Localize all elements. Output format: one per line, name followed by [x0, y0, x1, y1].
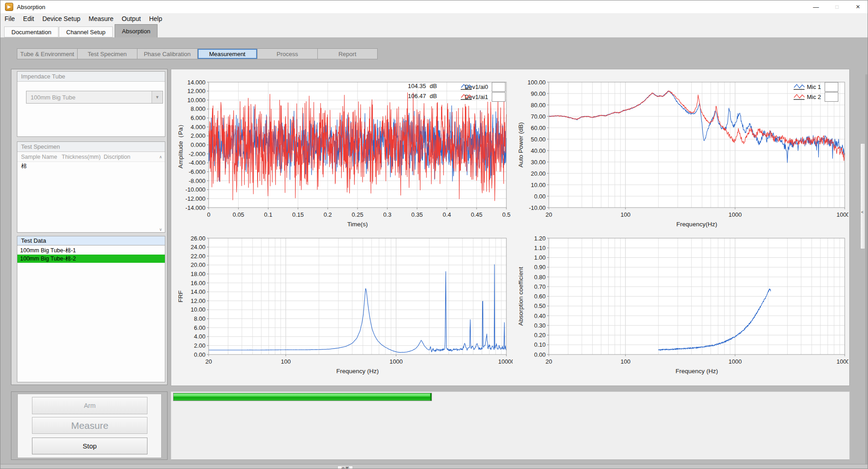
svg-text:0.2: 0.2: [324, 211, 332, 218]
col-thickness: Thickness(mm): [62, 154, 104, 160]
level-readout-ai0: 104.35 dB: [402, 83, 437, 89]
maximize-button[interactable]: □: [826, 0, 847, 13]
svg-text:20.00: 20.00: [190, 261, 205, 268]
svg-text:60.00: 60.00: [531, 125, 546, 131]
panel-collapse-handle[interactable]: <: [860, 143, 865, 249]
impedance-tube-value: 100mm Big Tube: [26, 94, 152, 101]
svg-text:2.00: 2.00: [194, 342, 205, 349]
svg-text:0.10: 0.10: [534, 341, 546, 348]
svg-text:80.00: 80.00: [531, 102, 546, 109]
svg-text:-6.000: -6.000: [189, 168, 205, 175]
svg-text:1.00: 1.00: [534, 254, 546, 261]
auto-power-graph[interactable]: 100.0090.0080.0070.0060.0050.0040.0030.0…: [516, 77, 848, 236]
frf-graph[interactable]: 26.0024.0022.0020.0018.0016.0014.0012.00…: [175, 233, 513, 383]
minimize-button[interactable]: —: [805, 0, 826, 13]
menu-device-setup[interactable]: Device Setup: [38, 13, 84, 24]
svg-text:16.00: 16.00: [190, 280, 205, 287]
app-icon: ▶: [5, 3, 13, 11]
svg-text:90.00: 90.00: [531, 90, 546, 97]
svg-text:0.4: 0.4: [443, 211, 451, 218]
measure-button[interactable]: Measure: [32, 417, 147, 434]
taskbar-app-item[interactable]: 画图: [337, 466, 353, 469]
left-panel: Impendace Tube 100mm Big Tube ▼ Test Spe…: [11, 69, 168, 385]
menu-measure[interactable]: Measure: [84, 13, 117, 24]
subtab-test-specimen[interactable]: Test Specimen: [78, 49, 137, 59]
subtab-report[interactable]: Report: [318, 49, 378, 59]
svg-text:4.000: 4.000: [190, 124, 205, 130]
legend-dev1-ai1[interactable]: Dev1/ai1: [460, 92, 505, 102]
legend-dev1-ai0[interactable]: Dev1/ai0: [460, 82, 505, 92]
svg-text:14.000: 14.000: [187, 79, 205, 86]
svg-text:0.45: 0.45: [471, 211, 482, 218]
menu-edit[interactable]: Edit: [19, 13, 38, 24]
close-button[interactable]: ✕: [847, 0, 868, 13]
svg-text:6.000: 6.000: [190, 115, 205, 121]
legend-mic1[interactable]: Mic 1: [793, 82, 838, 92]
subtab-tube-environment[interactable]: Tube & Environment: [17, 49, 77, 59]
svg-text:0.20: 0.20: [534, 332, 546, 339]
svg-text:Time(s): Time(s): [347, 221, 368, 228]
plot-sample-icon: [492, 82, 505, 92]
svg-text:0.00: 0.00: [534, 193, 546, 200]
scroll-up-icon[interactable]: ∧: [159, 155, 162, 159]
svg-text:0.15: 0.15: [292, 211, 304, 218]
svg-text:0.00: 0.00: [194, 351, 205, 358]
plot-sample-icon: [492, 92, 505, 102]
svg-text:1000: 1000: [389, 358, 403, 365]
menu-output[interactable]: Output: [117, 13, 145, 24]
svg-text:100: 100: [281, 358, 291, 365]
menu-help[interactable]: Help: [145, 13, 166, 24]
dropdown-arrow-icon[interactable]: ▼: [152, 91, 163, 103]
svg-text:10000: 10000: [498, 358, 513, 365]
subtab-phase-calibration[interactable]: Phase Calibration: [137, 49, 197, 59]
svg-text:-10.00: -10.00: [529, 204, 546, 211]
control-panel: Arm Measure Stop: [11, 391, 168, 460]
measurement-progress-bar: [173, 393, 432, 401]
subtab-process[interactable]: Process: [258, 49, 317, 59]
scroll-down-icon[interactable]: ∨: [159, 227, 162, 232]
test-data-list: 100mm Big Tube-棉-1 100mm Big Tube-棉-2: [17, 245, 165, 382]
list-item-selected[interactable]: 100mm Big Tube-棉-2: [17, 255, 165, 263]
svg-text:4.00: 4.00: [194, 333, 205, 340]
specimen-table-body: 棉 ∨: [17, 162, 165, 233]
tab-documentation[interactable]: Documentation: [4, 26, 58, 37]
svg-text:40.00: 40.00: [531, 147, 546, 154]
collapse-arrow-icon: <: [861, 210, 863, 214]
svg-text:0.50: 0.50: [534, 302, 546, 309]
svg-text:-8.000: -8.000: [189, 177, 205, 184]
arm-button[interactable]: Arm: [32, 397, 147, 414]
time-waveform-graph[interactable]: 14.00012.00010.0008.0006.0004.0002.0000.…: [175, 77, 513, 236]
subtab-bar: Tube & Environment Test Specimen Phase C…: [17, 48, 378, 59]
subtab-measurement[interactable]: Measurement: [198, 49, 258, 59]
list-item[interactable]: 100mm Big Tube-棉-1: [17, 246, 165, 255]
svg-text:12.00: 12.00: [190, 297, 205, 304]
svg-text:10.00: 10.00: [531, 182, 546, 188]
stop-button[interactable]: Stop: [32, 438, 147, 454]
legend-mic2[interactable]: Mic 2: [793, 92, 838, 102]
svg-text:20.00: 20.00: [531, 170, 546, 177]
svg-text:0.00: 0.00: [534, 351, 546, 358]
absorption-page: Tube & Environment Test Specimen Phase C…: [0, 37, 868, 469]
menu-file[interactable]: File: [0, 13, 19, 24]
svg-text:-14.000: -14.000: [185, 204, 205, 211]
table-row[interactable]: 棉: [17, 162, 165, 170]
svg-text:8.00: 8.00: [194, 315, 205, 322]
svg-text:10.000: 10.000: [187, 97, 205, 104]
svg-text:70.00: 70.00: [531, 113, 546, 120]
svg-text:26.00: 26.00: [190, 235, 205, 242]
tab-channel-setup[interactable]: Channel Setup: [59, 26, 113, 37]
test-specimen-group: Test Specimen Sample Name Thickness(mm) …: [17, 141, 165, 233]
plot-sample-icon: [825, 82, 838, 92]
title-bar: ▶ Absorption — □ ✕: [0, 0, 868, 13]
tab-absorption[interactable]: Absorption: [115, 24, 158, 37]
svg-text:14.00: 14.00: [190, 288, 205, 295]
close-icon: ✕: [856, 4, 860, 10]
svg-text:0.70: 0.70: [534, 283, 546, 290]
impedance-tube-select[interactable]: 100mm Big Tube ▼: [26, 91, 163, 104]
svg-text:-10.000: -10.000: [185, 186, 205, 193]
absorption-coefficient-graph[interactable]: 1.201.101.000.900.800.700.600.500.400.30…: [516, 233, 848, 383]
svg-text:20: 20: [205, 358, 212, 365]
svg-text:0.5: 0.5: [502, 211, 510, 218]
svg-text:0.90: 0.90: [534, 264, 546, 271]
svg-text:0.60: 0.60: [534, 293, 546, 300]
